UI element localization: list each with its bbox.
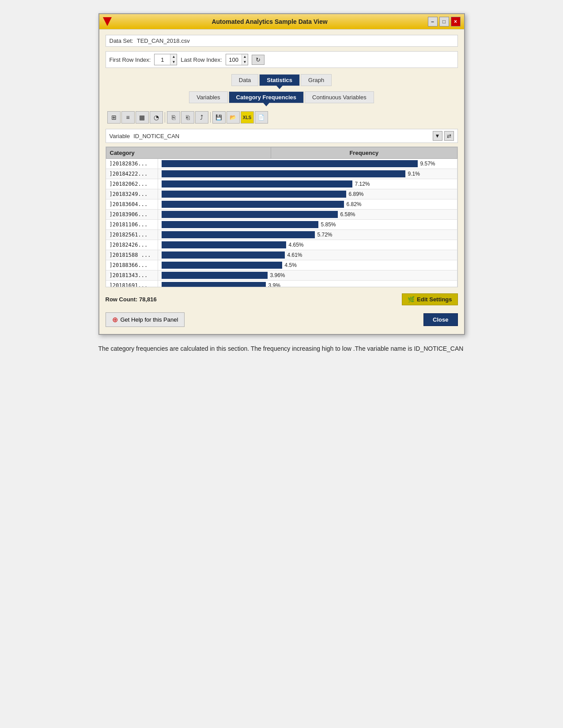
toolbar-grid-btn[interactable]: ⊞ <box>107 111 121 124</box>
table-row: ]20184222...9.1% <box>106 169 457 179</box>
edit-settings-button[interactable]: 🌿 Edit Settings <box>402 293 457 305</box>
table-cell-category: ]20184222... <box>106 169 158 179</box>
tab-statistics[interactable]: Statistics <box>259 74 300 86</box>
window-close-button[interactable]: × <box>451 17 461 26</box>
toolbar-list-btn[interactable]: ≡ <box>121 111 135 124</box>
toolbar-save-btn[interactable]: 💾 <box>212 111 226 124</box>
table-cell-category: ]20182836... <box>106 159 158 169</box>
table-row: ]20181106...5.85% <box>106 220 457 230</box>
table-cell-frequency: 6.82% <box>158 199 457 210</box>
variable-controls: ▼ ⇄ <box>433 131 454 141</box>
table-row: ]20183249...6.89% <box>106 189 457 199</box>
last-row-value: 100 <box>226 56 242 64</box>
table-cell-category: ]20181588 ... <box>106 250 158 260</box>
last-row-up[interactable]: ▲ <box>242 54 248 60</box>
bottom-bar: ⊕ Get Help for this Panel Close <box>106 311 458 329</box>
bar-pct-label: 4.65% <box>289 242 304 248</box>
description-text: The category frequencies are calculated … <box>98 344 465 353</box>
table-cell-frequency: 6.58% <box>158 210 457 220</box>
first-row-input[interactable]: 1 ▲ ▼ <box>154 54 177 65</box>
table-cell-frequency: 5.72% <box>158 230 457 240</box>
table-cell-category: ]20182062... <box>106 179 158 189</box>
window-body: Data Set: TED_CAN_2018.csv First Row Ind… <box>99 30 464 334</box>
bar-pct-label: 4.5% <box>285 262 297 268</box>
table-cell-category: ]20181343... <box>106 270 158 281</box>
table-cell-category: ]20182426... <box>106 240 158 250</box>
help-button[interactable]: ⊕ Get Help for this Panel <box>106 312 185 327</box>
table-cell-category: ]20181691... <box>106 281 158 287</box>
bar-pct-label: 4.61% <box>287 252 302 258</box>
table-row: ]20182561...5.72% <box>106 230 457 240</box>
toolbar-xls-btn[interactable]: XLS <box>241 111 254 124</box>
variable-dropdown-btn[interactable]: ▼ <box>433 131 442 141</box>
table-cell-frequency: 4.61% <box>158 250 457 260</box>
table-row: ]20183906...6.58% <box>106 210 457 220</box>
close-button[interactable]: Close <box>423 313 457 326</box>
variable-label-text: Variable <box>110 133 130 139</box>
table-row: ]20182426...4.65% <box>106 240 457 250</box>
window-title: Automated Analytics Sample Data View <box>112 18 428 25</box>
table-cell-frequency: 9.57% <box>158 159 457 169</box>
last-row-down[interactable]: ▼ <box>242 60 248 65</box>
tab-graph[interactable]: Graph <box>301 74 332 86</box>
first-row-spinners[interactable]: ▲ ▼ <box>170 54 177 65</box>
toolbar-chart-btn[interactable]: ▦ <box>136 111 149 124</box>
table-body: ]20182836...9.57%]20184222...9.1%]201820… <box>106 159 457 287</box>
bar-pct-label: 7.12% <box>355 181 370 187</box>
toolbar-export-btn[interactable]: ⤴ <box>195 111 208 124</box>
help-icon: ⊕ <box>112 315 118 324</box>
table-cell-frequency: 4.5% <box>158 260 457 270</box>
tab-data[interactable]: Data <box>231 74 258 86</box>
toolbar-circle-btn[interactable]: ◔ <box>150 111 163 124</box>
sub-tab-category-freq[interactable]: Category Frequencies <box>229 91 304 103</box>
table-cell-category: ]20183906... <box>106 210 158 220</box>
window-icon <box>103 17 112 26</box>
data-table: Category Frequency <box>106 147 457 159</box>
last-row-input[interactable]: 100 ▲ ▼ <box>226 54 249 65</box>
sub-tab-variables[interactable]: Variables <box>189 91 227 103</box>
bar-pct-label: 5.85% <box>321 221 336 228</box>
sub-tabs: Variables Category Frequencies Continuou… <box>106 91 458 103</box>
data-table-container: Category Frequency ]20182836...9.57%]201… <box>106 146 458 287</box>
variable-settings-btn[interactable]: ⇄ <box>444 131 454 141</box>
minimize-button[interactable]: – <box>428 17 438 26</box>
toolbar-open-btn[interactable]: 📂 <box>227 111 240 124</box>
bar-pct-label: 5.72% <box>317 232 333 238</box>
table-scroll[interactable]: ]20182836...9.57%]20184222...9.1%]201820… <box>106 159 457 287</box>
last-row-spinners[interactable]: ▲ ▼ <box>242 54 248 65</box>
table-cell-category: ]20181106... <box>106 220 158 230</box>
first-row-up[interactable]: ▲ <box>170 54 177 60</box>
edit-settings-icon: 🌿 <box>408 296 415 303</box>
toolbar-copy-btn[interactable]: ⎘ <box>167 111 180 124</box>
first-row-value: 1 <box>155 56 170 64</box>
bar-pct-label: 3.9% <box>268 282 280 287</box>
bar-pct-label: 3.96% <box>270 272 285 278</box>
maximize-button[interactable]: □ <box>439 17 449 26</box>
first-row-down[interactable]: ▼ <box>170 60 177 65</box>
table-cell-frequency: 5.85% <box>158 220 457 230</box>
bar-pct-label: 6.82% <box>347 201 362 207</box>
toolbar-sep1 <box>165 112 165 123</box>
toolbar-sep2 <box>210 112 211 123</box>
main-tabs: Data Statistics Graph <box>106 74 458 86</box>
dataset-value: TED_CAN_2018.csv <box>137 38 190 44</box>
title-bar: Automated Analytics Sample Data View – □… <box>99 14 464 30</box>
table-cell-frequency: 4.65% <box>158 240 457 250</box>
table-cell-category: ]20183249... <box>106 189 158 199</box>
toolbar: ⊞ ≡ ▦ ◔ ⎘ ⎗ ⤴ 💾 📂 XLS 📄 <box>106 109 458 125</box>
title-controls: – □ × <box>428 17 461 26</box>
main-window: Automated Analytics Sample Data View – □… <box>98 13 465 335</box>
refresh-button[interactable]: ↻ <box>252 55 264 65</box>
sub-tab-continuous[interactable]: Continuous Variables <box>305 91 374 103</box>
table-cell-category: ]20188366... <box>106 260 158 270</box>
toolbar-paste-btn[interactable]: ⎗ <box>181 111 194 124</box>
dataset-row: Data Set: TED_CAN_2018.csv <box>106 35 458 47</box>
footer-row: Row Count: 78,816 🌿 Edit Settings <box>106 292 458 307</box>
table-cell-frequency: 9.1% <box>158 169 457 179</box>
row-index-row: First Row Index: 1 ▲ ▼ Last Row Index: 1… <box>106 51 458 68</box>
last-row-label: Last Row Index: <box>181 56 222 63</box>
toolbar-doc-btn[interactable]: 📄 <box>255 111 268 124</box>
variable-value-text: ID_NOTICE_CAN <box>133 133 429 139</box>
bar-pct-label: 6.89% <box>349 191 364 197</box>
col-header-frequency: Frequency <box>271 147 457 159</box>
